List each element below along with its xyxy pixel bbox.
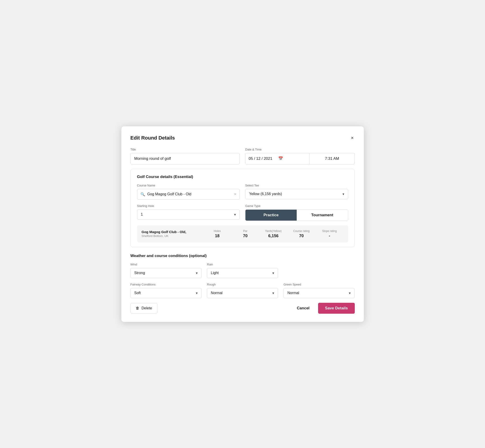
trash-icon: 🗑 xyxy=(136,306,139,310)
title-label: Title xyxy=(130,148,240,151)
par-label: Par xyxy=(231,230,259,233)
course-name-value: Gog Magog Golf Club - Old xyxy=(147,192,232,196)
rain-value: Light xyxy=(211,271,272,275)
wind-dropdown[interactable]: Strong ▾ xyxy=(130,268,202,278)
select-tee-label: Select Tee xyxy=(245,184,348,187)
yards-label: Yards(Yellow) xyxy=(259,230,287,233)
wind-label: Wind xyxy=(130,263,202,266)
yards-stat: Yards(Yellow) 6,156 xyxy=(259,230,287,238)
course-name-label: Course Name xyxy=(137,184,240,187)
title-group: Title xyxy=(130,148,240,164)
hole-gametype-row: Starting Hole 1 ▾ Game Type Practice Tou… xyxy=(137,204,348,221)
starting-hole-label: Starting Hole xyxy=(137,204,240,208)
course-rating-value: 70 xyxy=(287,233,315,238)
par-value: 70 xyxy=(231,233,259,238)
course-info-box: Gog Magog Golf Club - Old, Shelford Bott… xyxy=(137,225,348,242)
fairway-dropdown[interactable]: Soft ▾ xyxy=(130,288,202,298)
course-name-group: Course Name 🔍 Gog Magog Golf Club - Old … xyxy=(137,184,240,200)
wind-value: Strong xyxy=(134,271,196,275)
green-speed-value: Normal xyxy=(287,291,349,295)
date-input[interactable]: 05 / 12 / 2021 📅 xyxy=(245,153,310,164)
chevron-down-icon: ▾ xyxy=(196,271,198,275)
tournament-button[interactable]: Tournament xyxy=(297,210,348,221)
course-rating-stat: Course rating 70 xyxy=(287,230,315,238)
delete-label: Delete xyxy=(142,306,152,310)
rough-label: Rough xyxy=(207,283,278,286)
clear-course-icon[interactable]: × xyxy=(234,192,236,197)
chevron-down-icon: ▾ xyxy=(349,291,351,295)
starting-hole-value: 1 xyxy=(141,212,234,216)
wind-group: Wind Strong ▾ xyxy=(130,263,202,278)
chevron-down-icon: ▾ xyxy=(342,192,344,196)
date-value: 05 / 12 / 2021 xyxy=(249,156,276,161)
rain-dropdown[interactable]: Light ▾ xyxy=(207,268,278,278)
holes-stat: Holes 18 xyxy=(203,230,231,238)
calendar-icon: 📅 xyxy=(278,156,306,161)
par-stat: Par 70 xyxy=(231,230,259,238)
slope-rating-value: - xyxy=(315,233,343,238)
date-time-inputs: 05 / 12 / 2021 📅 7:31 AM xyxy=(245,153,355,164)
weather-section-title: Weather and course conditions (optional) xyxy=(130,254,355,258)
edit-round-modal: Edit Round Details × Title Date & Time 0… xyxy=(121,126,364,322)
slope-rating-label: Slope rating xyxy=(315,230,343,233)
holes-label: Holes xyxy=(203,230,231,233)
datetime-group: Date & Time 05 / 12 / 2021 📅 7:31 AM xyxy=(245,148,355,164)
game-type-label: Game Type xyxy=(245,204,348,208)
holes-value: 18 xyxy=(203,233,231,238)
chevron-down-icon: ▾ xyxy=(272,271,274,275)
rough-group: Rough Normal ▾ xyxy=(207,283,278,298)
green-speed-label: Green Speed xyxy=(283,283,355,286)
fairway-rough-green-row: Fairway Conditions Soft ▾ Rough Normal ▾… xyxy=(130,283,355,298)
fairway-value: Soft xyxy=(134,291,196,295)
chevron-down-icon: ▾ xyxy=(234,212,236,217)
footer-right: Cancel Save Details xyxy=(293,303,355,314)
golf-course-section: Golf Course details (Essential) Course N… xyxy=(130,169,355,247)
fairway-label: Fairway Conditions xyxy=(130,283,202,286)
slope-rating-stat: Slope rating - xyxy=(315,230,343,238)
wind-rain-row: Wind Strong ▾ Rain Light ▾ xyxy=(130,263,355,278)
starting-hole-group: Starting Hole 1 ▾ xyxy=(137,204,240,221)
rain-label: Rain xyxy=(207,263,278,266)
select-tee-group: Select Tee Yellow (6,156 yards) ▾ xyxy=(245,184,348,200)
game-type-toggle: Practice Tournament xyxy=(245,209,348,221)
title-input[interactable] xyxy=(130,153,240,164)
course-info-name-block: Gog Magog Golf Club - Old, Shelford Bott… xyxy=(142,230,203,238)
green-speed-dropdown[interactable]: Normal ▾ xyxy=(283,288,355,298)
weather-section: Weather and course conditions (optional)… xyxy=(130,254,355,298)
rain-group: Rain Light ▾ xyxy=(207,263,278,278)
footer-row: 🗑 Delete Cancel Save Details xyxy=(130,303,355,314)
title-datetime-row: Title Date & Time 05 / 12 / 2021 📅 7:31 … xyxy=(130,148,355,164)
chevron-down-icon: ▾ xyxy=(272,291,274,295)
course-info-location: Shelford Bottom, UK xyxy=(142,234,203,238)
save-button[interactable]: Save Details xyxy=(318,303,355,314)
green-speed-group: Green Speed Normal ▾ xyxy=(283,283,355,298)
rough-dropdown[interactable]: Normal ▾ xyxy=(207,288,278,298)
chevron-down-icon: ▾ xyxy=(196,291,198,295)
yards-value: 6,156 xyxy=(259,233,287,238)
game-type-group: Game Type Practice Tournament xyxy=(245,204,348,221)
starting-hole-dropdown[interactable]: 1 ▾ xyxy=(137,209,240,220)
fairway-group: Fairway Conditions Soft ▾ xyxy=(130,283,202,298)
modal-header: Edit Round Details × xyxy=(130,135,355,141)
select-tee-dropdown[interactable]: Yellow (6,156 yards) ▾ xyxy=(245,189,348,199)
select-tee-value: Yellow (6,156 yards) xyxy=(249,192,342,196)
course-name-input[interactable]: 🔍 Gog Magog Golf Club - Old × xyxy=(137,189,240,200)
course-rating-label: Course rating xyxy=(287,230,315,233)
delete-button[interactable]: 🗑 Delete xyxy=(130,303,157,313)
cancel-button[interactable]: Cancel xyxy=(293,303,314,313)
time-value: 7:31 AM xyxy=(325,156,339,161)
datetime-label: Date & Time xyxy=(245,148,355,151)
course-tee-row: Course Name 🔍 Gog Magog Golf Club - Old … xyxy=(137,184,348,200)
modal-title: Edit Round Details xyxy=(130,135,175,141)
rough-value: Normal xyxy=(211,291,272,295)
time-input[interactable]: 7:31 AM xyxy=(310,153,355,164)
course-info-name: Gog Magog Golf Club - Old, xyxy=(142,230,203,234)
search-icon: 🔍 xyxy=(140,192,145,196)
practice-button[interactable]: Practice xyxy=(245,210,297,221)
close-button[interactable]: × xyxy=(350,135,355,141)
golf-course-title: Golf Course details (Essential) xyxy=(137,175,348,179)
